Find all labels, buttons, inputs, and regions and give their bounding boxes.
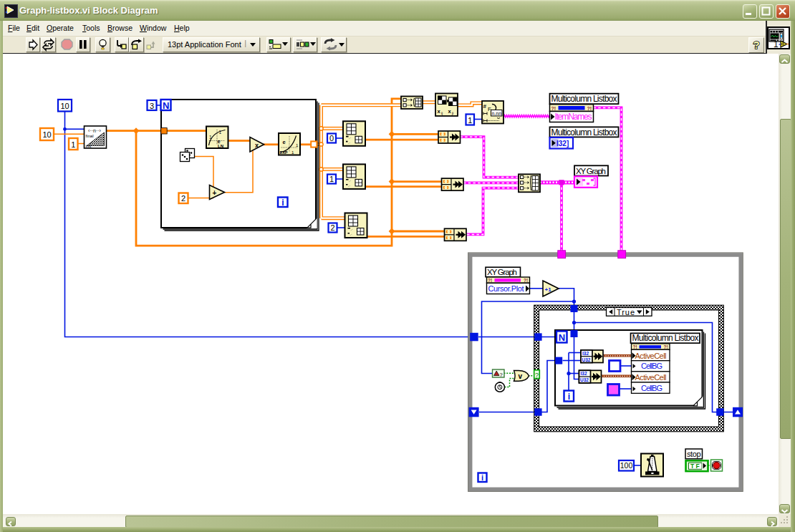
svg-text:EXP: EXP — [280, 150, 288, 155]
svg-text:Multicolumn Listbox: Multicolumn Listbox — [632, 333, 699, 343]
svg-text:I32: I32 — [582, 351, 589, 356]
svg-text:stop: stop — [687, 450, 701, 458]
svg-text:?!: ?! — [664, 344, 668, 349]
svg-text:‹··n··›: ‹··n··› — [88, 128, 102, 133]
svg-text:I32]: I32] — [556, 140, 569, 147]
svg-text:XY Graph: XY Graph — [576, 167, 606, 175]
svg-text:CellBG: CellBG — [641, 384, 662, 392]
svg-text:i: i — [568, 392, 570, 402]
svg-text:?!: ?! — [551, 106, 556, 111]
svg-text:+1: +1 — [545, 286, 552, 293]
svg-text:1: 1 — [329, 175, 334, 183]
svg-text:2: 2 — [330, 223, 334, 232]
svg-text:ActiveCell: ActiveCell — [635, 352, 667, 360]
svg-text:True: True — [617, 308, 635, 316]
svg-text:Multicolumn Listbox: Multicolumn Listbox — [551, 127, 617, 137]
svg-text:1: 1 — [209, 135, 212, 140]
svg-text:i: i — [281, 198, 284, 208]
svg-text:?!: ?! — [524, 278, 528, 283]
svg-text:?: ? — [535, 372, 539, 379]
svg-text:ItemNames: ItemNames — [555, 112, 592, 122]
svg-text:.·: .· — [348, 140, 350, 145]
svg-text:10: 10 — [42, 130, 51, 139]
svg-text:final: final — [86, 134, 94, 138]
svg-text:v: v — [519, 372, 523, 380]
svg-text:Cursor.Plot: Cursor.Plot — [488, 284, 524, 293]
svg-text:i: i — [481, 473, 483, 482]
svg-text:1: 1 — [468, 116, 472, 125]
svg-text:100: 100 — [620, 461, 633, 470]
svg-text:LN: LN — [218, 144, 223, 148]
svg-text:T F: T F — [690, 463, 700, 470]
svg-text:+: + — [213, 189, 217, 197]
svg-text:n.nn: n.nn — [492, 111, 502, 116]
svg-text:.·: .· — [349, 135, 351, 140]
svg-text:2: 2 — [181, 194, 186, 203]
svg-text:?: ? — [500, 372, 503, 378]
svg-text:N: N — [163, 100, 169, 111]
svg-text:3: 3 — [150, 102, 154, 110]
svg-text:10: 10 — [60, 102, 69, 110]
svg-text:init: init — [86, 144, 92, 148]
svg-text:ActiveCell: ActiveCell — [635, 373, 667, 382]
svg-text:ij: ij — [441, 111, 443, 115]
svg-text:e: e — [283, 139, 286, 145]
svg-text:ji: ji — [451, 111, 453, 115]
svg-text:#: # — [483, 103, 487, 110]
svg-text:1: 1 — [219, 130, 222, 135]
svg-text:Multicolumn Listbox: Multicolumn Listbox — [551, 94, 617, 104]
svg-text:x: x — [255, 142, 259, 149]
svg-text:XY Graph: XY Graph — [487, 268, 517, 276]
svg-text:?!: ?! — [488, 278, 492, 283]
svg-text:1: 1 — [71, 140, 75, 149]
svg-text:U32: U32 — [582, 357, 591, 362]
svg-text:?!: ?! — [633, 344, 637, 349]
svg-text:N: N — [559, 332, 565, 343]
svg-text:CellBG: CellBG — [641, 362, 662, 370]
svg-text:?!: ?! — [587, 106, 592, 111]
svg-text:0: 0 — [329, 134, 334, 142]
